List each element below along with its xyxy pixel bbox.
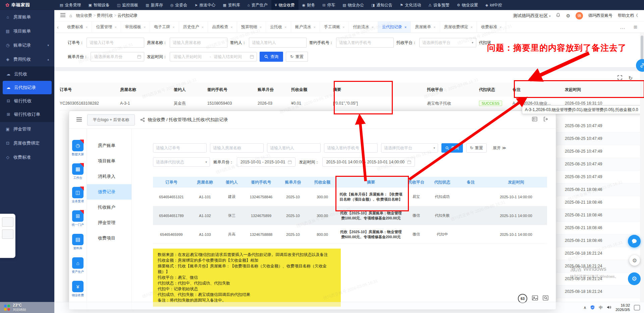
- top-nav-item[interactable]: ▧ 物业办公: [339, 0, 367, 10]
- gear-icon[interactable]: ⚙: [566, 13, 570, 18]
- sidebar-sub-item[interactable]: ☁ 云托收: [3, 67, 52, 81]
- top-nav-item[interactable]: ◎ 业委会: [167, 0, 191, 10]
- ov-signer-phone-input[interactable]: [324, 143, 378, 153]
- tab-close-icon[interactable]: ×: [471, 25, 473, 29]
- sidebar-item[interactable]: ◇ 收费标准: [0, 150, 54, 164]
- signer-phone-input[interactable]: [336, 38, 394, 48]
- contacts-icon[interactable]: [532, 117, 537, 123]
- hamburger-icon[interactable]: [76, 117, 82, 123]
- rail-app-item[interactable]: ¥ 物业收费: [72, 281, 84, 298]
- order-no-input[interactable]: [87, 38, 144, 48]
- tab-close-icon[interactable]: ×: [405, 25, 407, 29]
- reset-button[interactable]: ↻ 重置: [286, 52, 308, 62]
- top-nav-item[interactable]: ◉ 财务: [299, 0, 319, 10]
- overlay-menu-item[interactable]: 缴费记录: [87, 184, 131, 200]
- sidebar-item[interactable]: ▤ 项目账单: [0, 24, 54, 38]
- refresh-icon[interactable]: ↻: [628, 75, 633, 81]
- ov-search-button[interactable]: 查询: [441, 143, 463, 153]
- time-end-input[interactable]: [213, 54, 248, 59]
- top-nav-item[interactable]: ▣ 智能设备: [85, 0, 113, 10]
- zoom-tool-icon[interactable]: [543, 295, 548, 302]
- tab-close-icon[interactable]: ×: [499, 25, 501, 29]
- top-nav-item[interactable]: ◨ 通知公告: [368, 0, 396, 10]
- tab-close-icon[interactable]: ×: [433, 25, 435, 29]
- overlay-menu-item[interactable]: 押金管理: [87, 215, 131, 230]
- tab[interactable]: 付款流水 ×: [349, 21, 378, 33]
- tab[interactable]: 云托收 ×: [266, 21, 291, 33]
- speaker-icon[interactable]: [607, 305, 611, 310]
- shield-icon[interactable]: [590, 305, 595, 311]
- tab[interactable]: 云代扣记录 ×: [378, 21, 411, 33]
- top-nav-item[interactable]: ⚠ 设备预警: [425, 0, 453, 10]
- top-nav-item[interactable]: ⊟ 停车: [319, 0, 339, 10]
- tab-close-icon[interactable]: ×: [86, 25, 88, 29]
- tab-close-icon[interactable]: ×: [230, 25, 232, 29]
- overlay-menu-item[interactable]: 消耗录入: [87, 169, 131, 184]
- docked-preview-panel[interactable]: [0, 214, 15, 258]
- sidebar-sub-item[interactable]: ☁ 云代扣记录: [3, 81, 52, 94]
- tab-close-icon[interactable]: ×: [284, 25, 286, 29]
- ov-time-range[interactable]: 2015-10-01 14:00:00 - 2015-10-01 14:00:0…: [322, 157, 415, 167]
- preview-thumbnail[interactable]: [2, 217, 13, 227]
- app-logo[interactable]: ✿ 幸福家园: [0, 0, 56, 10]
- time-start-input[interactable]: [173, 54, 208, 59]
- top-nav-item[interactable]: ▤ 业务受理: [56, 0, 85, 10]
- top-nav-item[interactable]: ⌂ 资产住户: [244, 0, 271, 10]
- tab-close-icon[interactable]: ×: [260, 25, 262, 29]
- tabs-more-icon[interactable]: …: [620, 24, 625, 30]
- overlay-menu-item[interactable]: 托收账户: [87, 200, 131, 215]
- tab-close-icon[interactable]: ×: [202, 25, 204, 29]
- signer-input[interactable]: [249, 38, 307, 48]
- vertical-scrollbar[interactable]: [640, 33, 644, 302]
- tab[interactable]: 收费标准 ×: [477, 21, 506, 33]
- home-icon[interactable]: ⌂: [69, 13, 72, 18]
- bill-month-input[interactable]: [94, 54, 135, 59]
- rail-app-item[interactable]: ▦ 工作台: [72, 163, 84, 180]
- tabs-grid-icon[interactable]: ⊞: [634, 24, 637, 30]
- rail-app-item[interactable]: ▤ 资料库: [72, 234, 84, 251]
- ov-platform-select[interactable]: 请选择托收平台▾: [381, 143, 438, 153]
- platform-select[interactable]: 请选择托收平台▾: [419, 38, 476, 47]
- preview-thumbnail[interactable]: [2, 229, 13, 239]
- overlay-menu-item[interactable]: 项目账单: [87, 153, 131, 169]
- tab-close-icon[interactable]: ×: [172, 25, 174, 29]
- table-row[interactable]: 654654651789 A1-102 张三 1324675899 2025-1…: [153, 206, 547, 225]
- sidebar-item[interactable]: ◈ 费用托收 ▴: [0, 52, 54, 66]
- logout-icon[interactable]: [543, 117, 548, 123]
- tab[interactable]: 预算明细 ×: [237, 21, 266, 33]
- tab-close-icon[interactable]: ×: [371, 25, 373, 29]
- sidebar-item[interactable]: ⊡ 房屋收费绑定: [0, 136, 54, 150]
- account-name[interactable]: 德玛西亚账号: [588, 13, 612, 18]
- chat-fab[interactable]: [628, 235, 641, 248]
- ov-reset-button[interactable]: ↻ 重置: [466, 143, 487, 153]
- tab[interactable]: 位置管理 ×: [92, 21, 121, 33]
- tray-chevron-up-icon[interactable]: ∧: [583, 305, 586, 310]
- quick-link-fab[interactable]: [636, 59, 644, 72]
- tab-close-icon[interactable]: ×: [314, 25, 316, 29]
- sidebar-item[interactable]: ⌂ 房屋账单: [0, 10, 54, 24]
- sidebar-item[interactable]: ◷ 账单记录 ▾: [0, 38, 54, 52]
- tab[interactable]: 品质检查 ×: [208, 21, 237, 33]
- ov-bill-month-range[interactable]: 2015-10-01 - 2015-10-01: [237, 157, 296, 167]
- ov-order-no-input[interactable]: [153, 143, 207, 153]
- top-nav-item[interactable]: ⚙ 物业设置: [453, 0, 482, 10]
- settings-fab-blue[interactable]: ⚙: [628, 272, 641, 285]
- rail-app-item[interactable]: ◷ 数据大屏: [72, 140, 84, 157]
- collapse-menu-icon[interactable]: [60, 13, 65, 18]
- tab-close-icon[interactable]: ×: [144, 25, 146, 29]
- tab[interactable]: 账户流水 ×: [291, 21, 320, 33]
- rail-app-item[interactable]: ⊞ 统一门户: [72, 210, 84, 227]
- fullscreen-icon[interactable]: [618, 75, 622, 81]
- table-row[interactable]: 65465465999 A1-103 共高 13246758888 2025-1…: [153, 225, 547, 244]
- top-nav-item[interactable]: ◈ iot中控: [482, 0, 506, 10]
- search-button[interactable]: 查询: [260, 52, 283, 62]
- bell-icon[interactable]: [556, 13, 560, 18]
- help-doc-link[interactable]: 帮助文档《: [618, 13, 638, 18]
- time-range-picker[interactable]: -: [170, 52, 257, 61]
- tab[interactable]: 审批模板 ×: [121, 21, 150, 33]
- tab-close-icon[interactable]: ×: [342, 25, 344, 29]
- rail-app-item[interactable]: ◫ 业务受理: [72, 187, 84, 204]
- top-nav-item[interactable]: ⚑ 文化活动: [396, 0, 425, 10]
- notification-center-icon[interactable]: [634, 305, 640, 310]
- ov-signer-input[interactable]: [267, 143, 321, 153]
